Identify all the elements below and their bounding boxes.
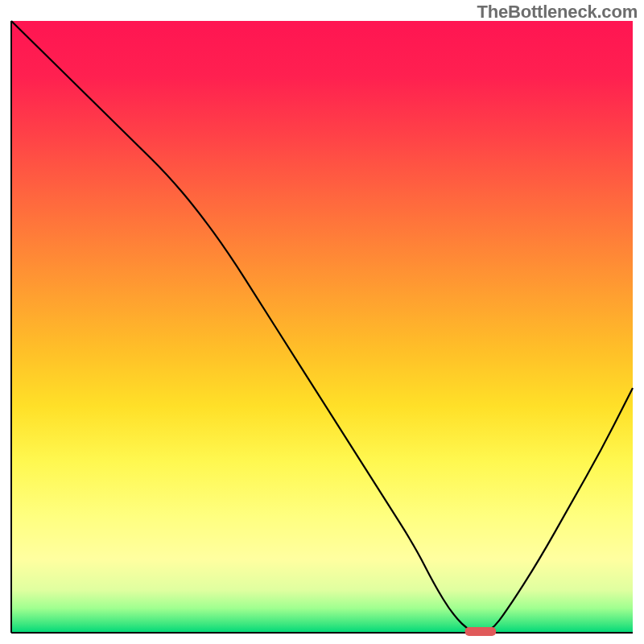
bottleneck-chart (0, 0, 644, 644)
optimal-marker (465, 627, 497, 636)
watermark-text: TheBottleneck.com (477, 2, 638, 23)
chart-container: TheBottleneck.com (0, 0, 644, 644)
